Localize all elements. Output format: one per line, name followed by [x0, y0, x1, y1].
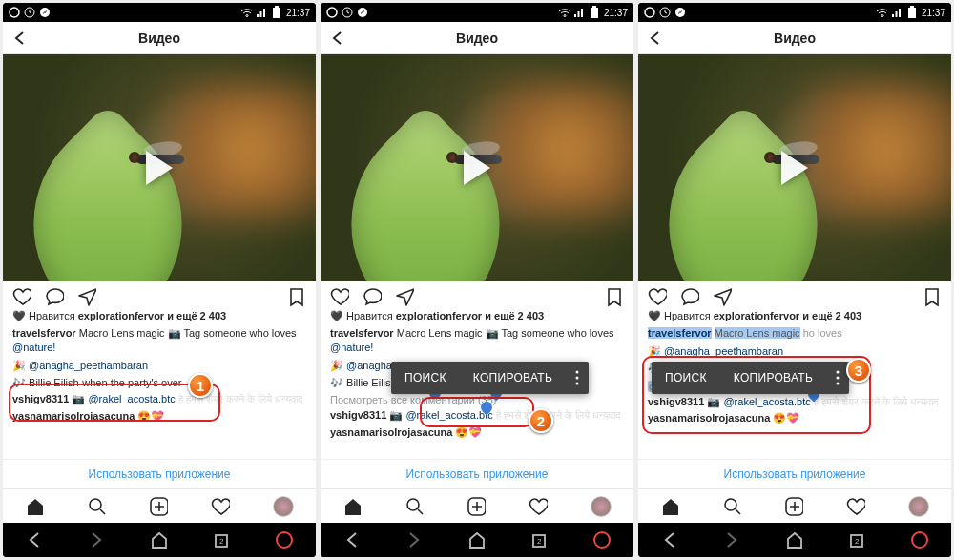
- bookmark-button[interactable]: [605, 287, 624, 306]
- svg-point-5: [90, 499, 101, 510]
- status-bar: 21:37: [638, 3, 951, 22]
- mention-link[interactable]: @anagha_peethambaran: [664, 345, 783, 357]
- comment-button[interactable]: [45, 287, 64, 306]
- nav-home[interactable]: [149, 529, 170, 550]
- comment-row[interactable]: yasnamarisolrojasacuna 😍💝: [638, 411, 951, 428]
- mention-link[interactable]: @rakel_acosta.btc: [723, 396, 810, 407]
- activity-tab[interactable]: [529, 497, 548, 516]
- nav-tabs[interactable]: 2: [529, 529, 550, 550]
- comment-row[interactable]: yasnamarisolrojasacuna 😍💝: [321, 425, 633, 443]
- svg-point-17: [576, 383, 579, 385]
- likes-row[interactable]: 🖤 Нравится explorationfervor и ещё 2 403: [3, 310, 316, 326]
- video-player[interactable]: [3, 54, 316, 281]
- comment-row[interactable]: vshigv8311 📷 @rakel_acosta.btc हे हमसे श…: [638, 395, 951, 412]
- likes-row[interactable]: 🖤 Нравится explorationfervor и ещё 2 403: [321, 310, 633, 326]
- add-post-tab[interactable]: [467, 497, 486, 516]
- nav-forward[interactable]: [404, 529, 425, 550]
- context-menu: ПОИСК КОПИРОВАТЬ: [391, 362, 589, 394]
- home-tab[interactable]: [25, 497, 44, 516]
- comment-row[interactable]: vshigv8311 📷 @rakel_acosta.btc हे हमसे श…: [321, 408, 633, 425]
- hashtag-link[interactable]: @nature!: [330, 342, 373, 353]
- post-caption: travelsfervor Macro Lens magic ho loves: [638, 326, 951, 344]
- bookmark-button[interactable]: [287, 287, 306, 306]
- comment-row[interactable]: vshigv8311 📷 @rakel_acosta.btc हे हमसे श…: [3, 392, 316, 409]
- page-title: Видео: [774, 31, 816, 46]
- comment-row[interactable]: 🎶 Billie Eilish-when the party's over: [3, 376, 316, 393]
- use-app-link[interactable]: Использовать приложение: [3, 459, 316, 488]
- view-all-comments[interactable]: Посмотреть все комментарии (35): [321, 392, 633, 408]
- mention-link[interactable]: @anagha_peethambaran: [29, 360, 148, 371]
- share-button[interactable]: [395, 287, 414, 306]
- comment-button[interactable]: [680, 287, 699, 306]
- battery-icon: [906, 7, 918, 18]
- video-player[interactable]: [638, 54, 951, 281]
- like-button[interactable]: [12, 287, 31, 306]
- use-app-link[interactable]: Использовать приложение: [321, 459, 633, 488]
- like-button[interactable]: [330, 287, 349, 306]
- comment-row[interactable]: 🎉 @anagha_peethambaran: [638, 344, 951, 362]
- play-icon[interactable]: [464, 151, 490, 185]
- share-button[interactable]: [713, 287, 732, 306]
- nav-tabs[interactable]: 2: [212, 529, 233, 550]
- search-tab[interactable]: [404, 497, 424, 516]
- signal-icon: [891, 7, 902, 18]
- menu-copy[interactable]: КОПИРОВАТЬ: [460, 362, 566, 394]
- back-button[interactable]: [646, 29, 665, 48]
- phone-screen-3: 21:37 Видео 🖤 Нравится explorationfervor…: [638, 3, 951, 557]
- nav-home[interactable]: [784, 529, 805, 550]
- bookmark-button[interactable]: [923, 287, 942, 306]
- post-actions: [3, 281, 316, 310]
- back-button[interactable]: [10, 29, 30, 48]
- profile-tab[interactable]: [591, 496, 612, 517]
- play-icon[interactable]: [146, 151, 173, 185]
- add-post-tab[interactable]: [149, 497, 168, 516]
- comment-row[interactable]: 🎉 @anagha_peethambaran: [3, 359, 316, 376]
- add-post-tab[interactable]: [784, 497, 803, 516]
- activity-tab[interactable]: [211, 497, 230, 516]
- nav-back[interactable]: [342, 529, 363, 550]
- browser-nav: 2: [3, 523, 316, 557]
- post-actions: [638, 281, 951, 310]
- svg-text:2: 2: [219, 537, 224, 546]
- nav-forward[interactable]: [721, 529, 742, 550]
- menu-more-icon[interactable]: [566, 362, 589, 394]
- search-tab[interactable]: [722, 497, 741, 516]
- svg-point-9: [277, 532, 292, 548]
- home-tab[interactable]: [660, 497, 679, 516]
- share-button[interactable]: [77, 287, 96, 306]
- like-button[interactable]: [648, 287, 667, 306]
- svg-rect-27: [910, 6, 914, 8]
- play-icon[interactable]: [781, 151, 808, 185]
- comment-row[interactable]: yasnamarisolrojasacuna 😍💝: [3, 409, 316, 426]
- profile-tab[interactable]: [273, 496, 294, 517]
- svg-point-10: [327, 8, 337, 17]
- nav-back[interactable]: [659, 529, 680, 550]
- mention-link[interactable]: @rakel_acosta.btc: [88, 393, 175, 404]
- profile-tab[interactable]: [908, 496, 929, 517]
- menu-search[interactable]: ПОИСК: [652, 362, 720, 394]
- menu-copy[interactable]: КОПИРОВАТЬ: [720, 362, 826, 394]
- use-app-link[interactable]: Использовать приложение: [638, 459, 951, 488]
- page-title: Видео: [456, 31, 498, 46]
- nav-back[interactable]: [24, 529, 45, 550]
- opera-menu[interactable]: [591, 529, 612, 550]
- opera-menu[interactable]: [274, 529, 295, 550]
- opera-menu[interactable]: [909, 529, 930, 550]
- nav-forward[interactable]: [86, 529, 107, 550]
- battery-icon: [589, 7, 600, 18]
- likes-row[interactable]: 🖤 Нравится explorationfervor и ещё 2 403: [638, 310, 951, 326]
- activity-tab[interactable]: [846, 497, 865, 516]
- battery-icon: [271, 7, 282, 18]
- nav-tabs[interactable]: 2: [847, 529, 868, 550]
- nav-home[interactable]: [467, 529, 487, 550]
- hashtag-link[interactable]: @nature!: [12, 342, 55, 353]
- back-button[interactable]: [328, 29, 347, 48]
- search-tab[interactable]: [87, 497, 106, 516]
- menu-search[interactable]: ПОИСК: [391, 362, 460, 394]
- video-player[interactable]: [321, 54, 633, 281]
- comment-button[interactable]: [363, 287, 382, 306]
- home-tab[interactable]: [342, 497, 362, 516]
- svg-point-29: [837, 377, 840, 380]
- mention-link[interactable]: @rakel_acosta.btc: [405, 409, 492, 421]
- wifi-icon: [876, 7, 887, 18]
